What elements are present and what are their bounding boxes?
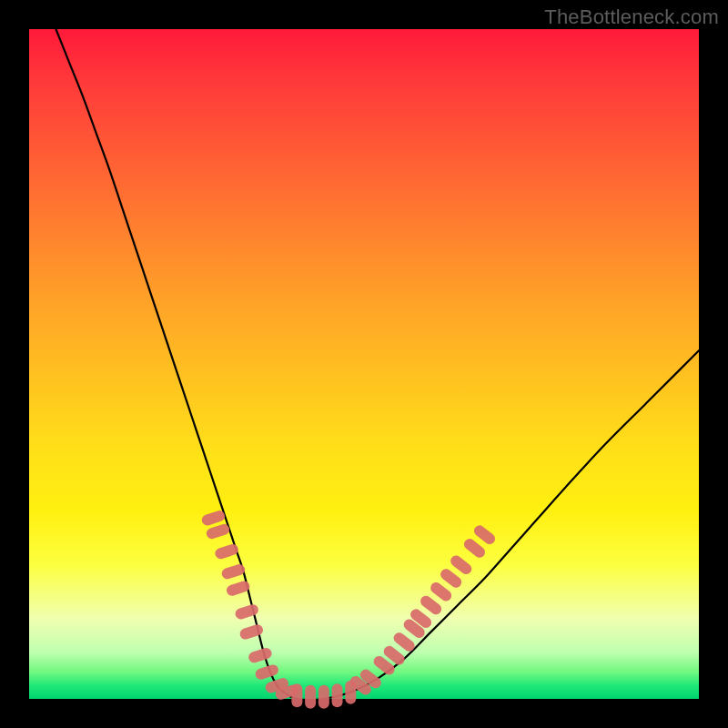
chart-frame: TheBottleneck.com	[0, 0, 728, 728]
svg-rect-14	[332, 683, 343, 707]
marker-bead	[214, 542, 239, 560]
svg-rect-0	[200, 510, 226, 527]
marker-bead	[200, 510, 226, 527]
svg-rect-2	[214, 542, 239, 560]
marker-bead	[220, 562, 246, 580]
marker-bead	[291, 683, 302, 707]
svg-rect-3	[220, 562, 246, 580]
bottleneck-curve	[56, 29, 699, 700]
marker-bead	[305, 685, 316, 709]
marker-bead	[318, 685, 329, 709]
svg-rect-11	[291, 683, 302, 707]
svg-rect-1	[205, 522, 230, 540]
svg-rect-4	[225, 580, 250, 597]
bottleneck-curve-path	[56, 29, 699, 700]
curve-layer	[29, 29, 699, 699]
marker-bead	[205, 522, 230, 540]
marker-bead	[225, 580, 250, 597]
watermark-text: TheBottleneck.com	[544, 5, 719, 29]
svg-rect-7	[248, 646, 273, 663]
plot-area	[29, 29, 699, 699]
svg-rect-13	[318, 685, 329, 709]
marker-bead	[248, 646, 273, 663]
svg-rect-12	[305, 685, 316, 709]
marker-bead	[332, 683, 343, 707]
